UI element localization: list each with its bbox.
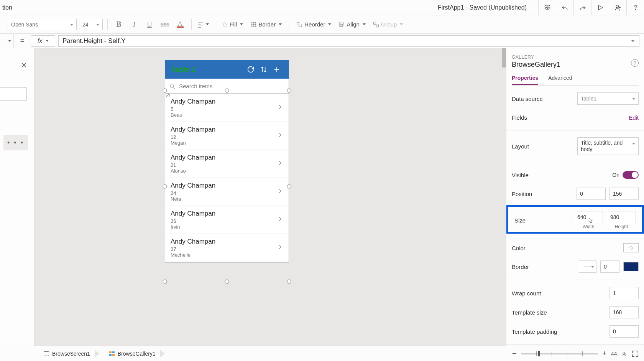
- font-color-button[interactable]: A: [174, 18, 187, 31]
- layout-select[interactable]: Title, subtitle, and body: [577, 137, 639, 155]
- selection-handle[interactable]: [287, 280, 291, 284]
- selection-handle[interactable]: [287, 185, 291, 189]
- tab-properties[interactable]: Properties: [512, 75, 538, 85]
- undo-icon[interactable]: [556, 0, 573, 15]
- text-align-button[interactable]: [196, 18, 209, 31]
- user-icon[interactable]: [609, 0, 626, 15]
- data-source-select[interactable]: Table1: [577, 92, 639, 105]
- zoom-in-button[interactable]: +: [602, 349, 606, 358]
- border-dropdown[interactable]: Border: [248, 21, 284, 28]
- list-item-subtitle: 12: [171, 134, 283, 140]
- selection-edit-handle[interactable]: [166, 93, 170, 97]
- list-item[interactable]: Andy Champan24Neta: [165, 178, 289, 206]
- wrap-count-input[interactable]: [610, 287, 639, 299]
- tree-view-pane: ✕ • • •: [0, 48, 34, 346]
- chevron-right-icon[interactable]: [276, 104, 283, 112]
- height-input[interactable]: [607, 211, 636, 223]
- list-item-subtitle: 21: [171, 162, 283, 168]
- list-item-body: Mechelle: [171, 252, 283, 258]
- list-item[interactable]: Andy Champan5Beau: [165, 94, 289, 122]
- breadcrumb-screen[interactable]: BrowseScreen1: [38, 348, 95, 359]
- reorder-dropdown[interactable]: Reorder: [294, 21, 334, 28]
- fullscreen-icon[interactable]: [631, 349, 639, 358]
- help-icon[interactable]: [626, 0, 644, 15]
- formula-expression: Parent.Height - Self.Y: [62, 37, 125, 45]
- strikethrough-button[interactable]: abc: [158, 18, 171, 31]
- list-item-body: Irvin: [171, 224, 283, 230]
- tree-search-input[interactable]: [0, 87, 27, 101]
- ribbon: Open Sans 24 B I U abc A Fill Border Reo: [0, 15, 644, 34]
- refresh-icon[interactable]: [244, 63, 257, 76]
- font-size-select[interactable]: 24: [79, 19, 103, 30]
- chevron-right-icon[interactable]: [276, 160, 283, 168]
- breadcrumb-screen-label: BrowseScreen1: [52, 351, 90, 357]
- health-icon[interactable]: [538, 0, 556, 15]
- fx-button[interactable]: fx: [31, 35, 55, 47]
- list-item[interactable]: Andy Champan26Irvin: [165, 206, 289, 234]
- list-item[interactable]: Andy Champan12Megan: [165, 122, 289, 150]
- selection-handle[interactable]: [225, 89, 229, 93]
- width-input[interactable]: [574, 211, 603, 223]
- border-style-select[interactable]: [579, 260, 596, 273]
- fill-dropdown[interactable]: Fill: [219, 21, 245, 28]
- edit-fields-link[interactable]: Edit: [629, 114, 639, 121]
- italic-button[interactable]: I: [128, 18, 141, 31]
- border-label: Border: [258, 21, 276, 28]
- list-item-title: Andy Champan: [171, 238, 283, 246]
- selection-handle[interactable]: [225, 280, 229, 284]
- chevron-right-icon[interactable]: [276, 244, 283, 252]
- svg-point-9: [170, 84, 174, 87]
- more-options-button[interactable]: • • •: [3, 135, 28, 150]
- selection-handle[interactable]: [163, 89, 167, 93]
- search-placeholder: Search items: [179, 83, 213, 89]
- app-header-title: Table 1: [171, 65, 196, 74]
- template-padding-label: Template padding: [512, 328, 610, 335]
- canvas-scrollbar[interactable]: [502, 48, 506, 68]
- color-swatch[interactable]: [623, 243, 639, 252]
- list-item-subtitle: 5: [171, 106, 283, 112]
- align-dropdown[interactable]: Align: [336, 21, 368, 28]
- properties-panel: GALLERY BrowseGallery1 ? Properties Adva…: [506, 48, 644, 346]
- property-selector[interactable]: [0, 34, 14, 48]
- list-item-body: Megan: [171, 140, 283, 146]
- position-x-input[interactable]: [577, 188, 606, 200]
- chevron-right-icon[interactable]: [276, 216, 283, 224]
- list-item-body: Beau: [171, 112, 283, 118]
- list-item-body: Neta: [171, 196, 283, 202]
- sort-icon[interactable]: [257, 63, 270, 76]
- chevron-right-icon[interactable]: [276, 188, 283, 196]
- width-sublabel: Width: [574, 224, 603, 229]
- group-dropdown[interactable]: Group: [370, 21, 406, 28]
- formula-input[interactable]: Parent.Height - Self.Y: [58, 35, 639, 47]
- control-category: GALLERY: [512, 54, 639, 60]
- border-color-swatch[interactable]: [623, 262, 639, 271]
- template-size-input[interactable]: [610, 306, 639, 318]
- tab-advanced[interactable]: Advanced: [548, 75, 572, 85]
- design-canvas[interactable]: Table 1 Search items Andy Champan5BeauAn…: [34, 48, 506, 346]
- zoom-value: 44: [611, 351, 617, 357]
- title-left-fragment: tion: [0, 4, 12, 11]
- selection-handle[interactable]: [163, 185, 167, 189]
- list-item[interactable]: Andy Champan21Alonso: [165, 150, 289, 178]
- border-width-input[interactable]: [600, 260, 619, 273]
- close-icon[interactable]: ✕: [21, 61, 27, 70]
- chevron-right-icon[interactable]: [276, 132, 283, 140]
- visible-toggle[interactable]: [623, 171, 639, 179]
- add-icon[interactable]: [270, 63, 283, 76]
- underline-button[interactable]: U: [143, 18, 156, 31]
- list-item[interactable]: Andy Champan27Mechelle: [165, 234, 289, 262]
- font-family-select[interactable]: Open Sans: [8, 19, 77, 30]
- selection-handle[interactable]: [163, 280, 167, 284]
- template-padding-input[interactable]: [610, 325, 639, 338]
- position-y-input[interactable]: [610, 188, 639, 200]
- zoom-slider[interactable]: [521, 353, 598, 354]
- redo-icon[interactable]: [573, 0, 591, 15]
- selection-handle[interactable]: [287, 89, 291, 93]
- svg-rect-7: [373, 22, 376, 24]
- breadcrumb-control[interactable]: BrowseGallery1: [104, 348, 161, 359]
- reorder-label: Reorder: [304, 21, 325, 28]
- help-icon[interactable]: ?: [631, 59, 639, 67]
- play-icon[interactable]: [591, 0, 609, 15]
- zoom-out-button[interactable]: −: [512, 349, 517, 358]
- bold-button[interactable]: B: [112, 18, 125, 31]
